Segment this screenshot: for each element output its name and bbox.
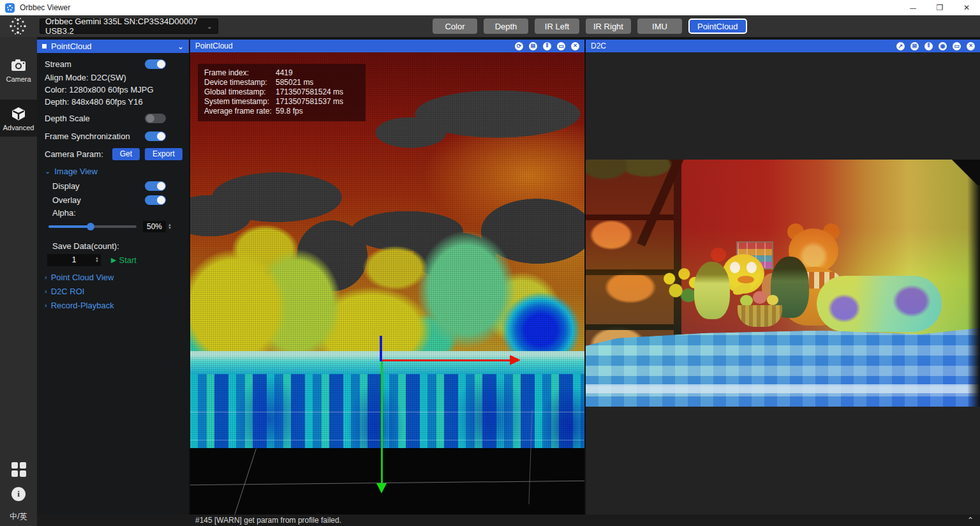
chevron-right-icon: › [45, 301, 47, 309]
language-toggle[interactable]: 中/英 [10, 511, 27, 522]
save-count-spinner[interactable]: ▲▼ [95, 257, 99, 263]
save-data-row: 1 ▲▼ ▶ Start [37, 253, 189, 267]
pause-icon[interactable] [543, 42, 551, 50]
pointcloud-table-edge [190, 351, 584, 374]
square-bullet-icon [42, 44, 47, 49]
d2c-overlay-image[interactable] [586, 160, 980, 407]
get-button[interactable]: Get [112, 148, 140, 160]
profile-info-icon[interactable] [910, 42, 919, 50]
frame-sync-row: Frame Synchronization [37, 129, 189, 143]
red-bird-plush [711, 248, 726, 262]
duck-eye [730, 262, 740, 273]
overlay-value: 585021 ms [276, 78, 313, 87]
x-axis-arrow [382, 359, 510, 361]
chevron-right-icon: › [45, 273, 47, 281]
overlay-label: System timestamp: [204, 97, 276, 107]
section-label: Image View [54, 167, 98, 176]
control-panel-header[interactable]: PointCloud ⌄ [37, 40, 189, 53]
start-button[interactable]: ▶ Start [111, 255, 137, 265]
pointcloud-tablecloth [190, 374, 584, 448]
pause-icon[interactable] [924, 42, 933, 50]
alpha-slider-row: 50% ▲▼ [37, 220, 189, 234]
title-bar: Orbbec Viewer [0, 0, 980, 15]
duck-beak [738, 276, 754, 283]
rotate-icon[interactable] [515, 42, 523, 50]
stream-button-ir-left[interactable]: IR Left [535, 19, 579, 34]
overlay-label: Average frame rate: [204, 107, 276, 116]
plush-pile-right [817, 276, 942, 332]
device-selector[interactable]: Orbbec Gemini 335L SN:CP3S34D00007 USB3.… [40, 19, 218, 34]
depth-scale-toggle[interactable] [145, 114, 166, 123]
export-button[interactable]: Export [145, 148, 182, 160]
stream-row: Stream [37, 57, 189, 71]
info-icon[interactable]: i [11, 487, 26, 501]
chevron-up-icon[interactable]: ⌃ [967, 516, 974, 525]
section-d2c-roi[interactable]: › D2C ROI [37, 285, 189, 297]
stream-toggle[interactable] [145, 59, 166, 69]
tablecloth-white-band [586, 384, 980, 393]
alpha-label: Alpha: [52, 208, 76, 218]
duck-eye [746, 262, 757, 273]
chevron-right-icon: › [45, 287, 47, 295]
overlay-label: Overlay [52, 195, 145, 205]
fruit [767, 295, 778, 305]
stream-button-group: Color Depth IR Left IR Right IMU PointCl… [433, 19, 747, 34]
alpha-slider[interactable] [48, 225, 137, 228]
alpha-spinner[interactable]: ▲▼ [168, 223, 172, 230]
save-icon[interactable] [557, 42, 565, 50]
align-mode-text: Align Mode: D2C(SW) [37, 71, 189, 83]
pointcloud-panel-header[interactable]: PointCloud [190, 40, 584, 52]
d2c-panel-header[interactable]: D2C [586, 40, 980, 52]
close-icon[interactable] [967, 42, 975, 50]
overlay-row: Overlay [37, 193, 189, 207]
sidebar-item-camera[interactable]: Camera [0, 51, 37, 88]
stream-button-pointcloud[interactable]: PointCloud [688, 19, 747, 34]
section-label: D2C ROI [51, 287, 85, 296]
scale-icon[interactable] [896, 42, 905, 50]
status-bar: #145 [WARN] get param from profile faile… [37, 515, 980, 526]
alpha-value-field[interactable]: 50% [143, 221, 166, 232]
close-button[interactable] [953, 0, 980, 15]
alpha-slider-fill [48, 225, 91, 228]
section-image-view[interactable]: ⌄ Image View [37, 165, 189, 177]
right-edge-shade [967, 160, 980, 407]
capture-icon[interactable] [939, 42, 947, 50]
overlay-label: Global timestamp: [204, 87, 276, 97]
alpha-slider-knob[interactable] [87, 223, 94, 230]
apps-grid-icon[interactable] [11, 462, 26, 477]
section-point-cloud-view[interactable]: › Point Cloud View [37, 271, 189, 283]
camera-param-row: Camera Param: Get Export [37, 147, 189, 161]
section-label: Point Cloud View [51, 273, 114, 282]
control-panel-title: PointCloud [51, 41, 92, 51]
maximize-button[interactable] [926, 0, 953, 15]
cube-icon [10, 106, 27, 121]
depth-scale-row: Depth Scale [37, 111, 189, 125]
close-icon[interactable] [571, 42, 579, 50]
stream-button-depth[interactable]: Depth [484, 19, 528, 34]
section-record-playback[interactable]: › Record-Playback [37, 299, 189, 312]
alpha-label-row: Alpha: [37, 207, 189, 218]
camera-icon [10, 57, 27, 73]
minimize-button[interactable] [900, 0, 926, 15]
stream-button-ir-right[interactable]: IR Right [586, 19, 631, 34]
save-icon[interactable] [953, 42, 961, 50]
sidebar-item-advanced[interactable]: Advanced [0, 100, 37, 137]
profile-info-icon[interactable] [529, 42, 537, 50]
pointcloud-panel-title: PointCloud [195, 41, 233, 50]
pointcloud-viewport-panel: PointCloud Frame index:4419 Device times… [190, 40, 584, 515]
y-axis-arrow [381, 361, 383, 484]
sidebar-item-label: Advanced [3, 124, 34, 132]
display-label: Display [52, 181, 145, 191]
save-data-label-row: Save Data(count): [37, 240, 189, 252]
app-icon [5, 3, 15, 13]
display-toggle[interactable] [145, 181, 166, 191]
overlay-toggle[interactable] [145, 195, 166, 205]
stream-button-color[interactable]: Color [433, 19, 477, 34]
pointcloud-3d-view[interactable]: Frame index:4419 Device timestamp:585021… [190, 52, 584, 515]
overlay-value: 4419 [276, 68, 293, 78]
stream-button-imu[interactable]: IMU [637, 19, 682, 34]
frame-sync-toggle[interactable] [145, 132, 166, 141]
save-count-field[interactable]: 1 ▲▼ [47, 254, 101, 266]
section-label: Record-Playback [51, 301, 114, 310]
overlay-value: 1713507581524 ms [276, 87, 343, 97]
